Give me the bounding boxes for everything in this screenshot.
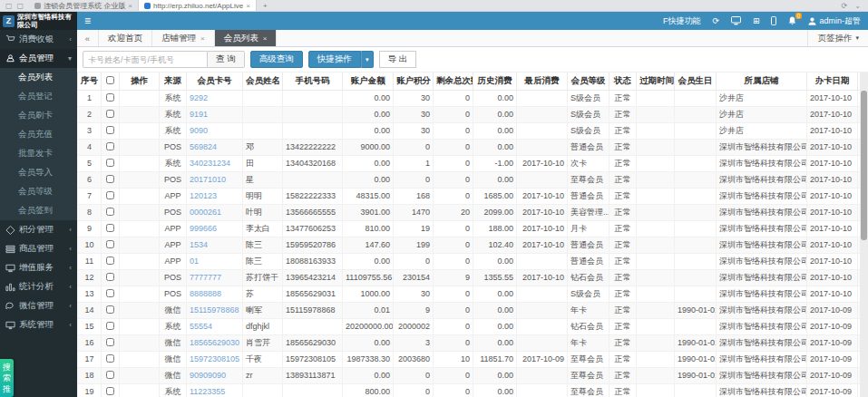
table-row: 19系统11223355800.00000.00至尊会员正常深圳市智络科技有限公…	[78, 383, 868, 397]
sidebar-item-系统管理[interactable]: 系统管理‹	[0, 315, 77, 334]
sidebar-item-积分管理[interactable]: 积分管理‹	[0, 220, 77, 239]
member-card-link[interactable]: 120123	[190, 191, 217, 200]
table-row: 2系统91910.003000.00S级会员正常沙井店2017-10-10100…	[78, 106, 868, 122]
quick-actions-button[interactable]: 快捷操作	[308, 51, 361, 68]
member-card-link[interactable]: 340231234	[190, 159, 230, 168]
sidebar-item-增值服务[interactable]: 增值服务‹	[0, 258, 77, 277]
row-checkbox[interactable]	[106, 240, 114, 248]
cell-points: 2000002	[394, 318, 434, 334]
browser-menu-icon[interactable]: ⌄	[854, 2, 861, 10]
row-checkbox[interactable]	[106, 93, 114, 102]
row-checkbox[interactable]	[106, 126, 114, 134]
cell-seq: 10	[78, 237, 102, 253]
browser-tab-2[interactable]: http://erp.zhiluo.net/AppLive ×	[139, 0, 257, 11]
row-checkbox[interactable]	[106, 110, 114, 118]
row-checkbox[interactable]	[106, 175, 114, 183]
member-card-link[interactable]: 9090	[190, 126, 208, 135]
member-card-link[interactable]: 8888888	[190, 289, 221, 298]
browser-tab-1[interactable]: 连锁会员管理系统 企业版 ×	[29, 0, 139, 11]
browser-bookmark-icon[interactable]: ▢	[17, 2, 24, 10]
row-checkbox[interactable]	[106, 191, 114, 199]
sidebar-subitem-会员列表[interactable]: 会员列表	[0, 68, 77, 87]
quick-function-link[interactable]: F快捷功能	[663, 15, 701, 27]
close-icon[interactable]: ×	[263, 34, 268, 43]
row-checkbox[interactable]	[106, 305, 114, 314]
cell-points: 0	[394, 253, 434, 269]
new-tab-button[interactable]: +	[257, 0, 274, 11]
member-card-link[interactable]: 1534	[190, 240, 208, 249]
row-checkbox[interactable]	[106, 354, 114, 363]
row-checkbox[interactable]	[106, 224, 114, 232]
query-button[interactable]: 查 询	[208, 51, 245, 68]
sidebar-item-会员管理[interactable]: 会员管理▾	[0, 49, 77, 68]
member-card-link[interactable]: 9191	[190, 110, 208, 119]
bell-icon[interactable]: 0	[788, 16, 796, 25]
sidebar-subitem-会员登记[interactable]: 会员登记	[0, 87, 77, 106]
sidebar-subitem-会员签到[interactable]: 会员签到	[0, 201, 77, 220]
scrollbar-thumb[interactable]	[861, 91, 867, 240]
member-card-link[interactable]: 55554	[190, 322, 212, 331]
close-icon[interactable]: ×	[246, 2, 250, 10]
close-icon[interactable]: ×	[128, 2, 132, 10]
browser-refresh-icon[interactable]: ⟳	[842, 2, 848, 10]
member-card-link[interactable]: 9292	[190, 93, 208, 102]
row-checkbox[interactable]	[106, 257, 114, 265]
row-checkbox-cell	[102, 188, 120, 204]
advanced-query-button[interactable]: 高级查询	[250, 51, 303, 68]
sidebar-subitem-会员等级[interactable]: 会员等级	[0, 182, 77, 201]
monitor-icon[interactable]	[731, 16, 741, 25]
select-all-checkbox[interactable]	[106, 76, 114, 84]
member-card-link[interactable]: 7777777	[190, 273, 221, 282]
tab-actions-dropdown[interactable]: 页签操作 ▾	[807, 30, 868, 46]
quick-actions-caret-icon[interactable]: ▾	[361, 51, 374, 68]
sidebar-subitem-批量发卡[interactable]: 批量发卡	[0, 144, 77, 163]
member-card-link[interactable]: 569824	[190, 142, 217, 151]
page-tab-店铺管理[interactable]: 店铺管理×	[152, 30, 215, 46]
member-card-link[interactable]: 90909090	[190, 371, 226, 380]
search-promo-ribbon[interactable]: 搜索推	[0, 359, 14, 397]
sidebar-item-统计分析[interactable]: 统计分析‹	[0, 277, 77, 296]
close-icon[interactable]: ×	[200, 34, 205, 43]
sidebar: 消费收银‹会员管理▾会员列表会员登记会员刷卡会员充值批量发卡会员导入会员等级会员…	[0, 30, 77, 397]
sidebar-subitem-会员刷卡[interactable]: 会员刷卡	[0, 106, 77, 125]
row-checkbox[interactable]	[106, 142, 114, 150]
export-button[interactable]: 导 出	[379, 51, 417, 68]
sidebar-item-消费收银[interactable]: 消费收银‹	[0, 30, 77, 49]
page-tab-会员列表[interactable]: 会员列表×	[215, 30, 278, 46]
member-card-link[interactable]: 20171010	[190, 175, 226, 184]
row-checkbox[interactable]	[106, 273, 114, 281]
row-checkbox[interactable]	[106, 322, 114, 330]
row-checkbox[interactable]	[106, 387, 114, 395]
mobile-icon[interactable]	[771, 16, 776, 25]
sidebar-subitem-会员导入[interactable]: 会员导入	[0, 163, 77, 182]
sidebar-item-微信管理[interactable]: 微信管理‹	[0, 296, 77, 315]
sidebar-item-商品管理[interactable]: 商品管理‹	[0, 239, 77, 258]
browser-back-icon[interactable]: ▢	[5, 2, 13, 10]
row-checkbox[interactable]	[106, 208, 114, 216]
search-input[interactable]	[83, 51, 208, 68]
member-card-link[interactable]: 999666	[190, 224, 217, 233]
sidebar-toggle-icon[interactable]: ≡	[84, 15, 91, 26]
member-card-link[interactable]: 01	[190, 257, 199, 266]
member-card-link-cell: 20171010	[187, 171, 243, 188]
page-tab-欢迎首页[interactable]: 欢迎首页	[99, 30, 152, 46]
collapse-tabs-icon[interactable]: «	[77, 30, 99, 46]
cell-store: 深圳市智络科技有限公司	[717, 286, 807, 302]
row-checkbox[interactable]	[106, 371, 114, 379]
sidebar-subitem-会员充值[interactable]: 会员充值	[0, 125, 77, 144]
apps-grid-icon[interactable]: ⊞	[753, 17, 760, 25]
row-checkbox[interactable]	[106, 159, 114, 167]
member-card-link[interactable]: 0000261	[190, 208, 221, 217]
member-card-link[interactable]: 15115978868	[190, 305, 239, 315]
member-card-link[interactable]: 18565629030	[190, 338, 239, 347]
logo[interactable]: Z 深圳市智络科技有限公司	[0, 12, 77, 30]
vertical-scrollbar[interactable]	[860, 73, 868, 397]
member-card-link[interactable]: 15972308105	[190, 354, 239, 363]
member-card-link[interactable]: 11223355	[190, 387, 225, 396]
refresh-icon[interactable]: ⟳	[712, 17, 719, 25]
user-menu[interactable]: admin-超管	[808, 15, 861, 27]
row-checkbox[interactable]	[106, 338, 114, 346]
row-checkbox[interactable]	[106, 289, 114, 297]
column-header-最后消费: 最后消费	[517, 73, 568, 90]
row-actions-cell	[120, 155, 160, 171]
